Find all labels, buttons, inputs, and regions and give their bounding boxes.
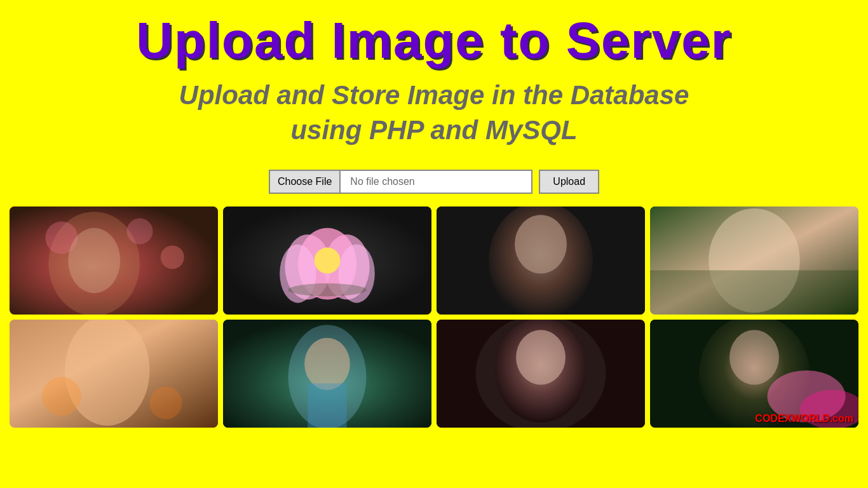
subtitle-line2: using PHP and MySQL [290,115,577,145]
image-cell-2 [223,207,431,315]
svg-point-13 [315,248,341,274]
watermark: CODEXWORLD.com [755,413,853,424]
image-cell-1 [10,207,218,315]
svg-rect-29 [308,384,347,428]
image-cell-7 [437,320,645,428]
subtitle: Upload and Store Image in the Database u… [6,78,862,147]
svg-point-33 [516,330,566,385]
svg-rect-6 [10,207,218,315]
svg-point-23 [65,320,149,426]
photo-8 [650,320,858,428]
svg-point-25 [149,387,182,419]
file-name-display: No file chosen [341,171,531,193]
upload-form: Choose File No file chosen Upload [0,170,868,194]
svg-point-14 [288,283,367,297]
image-cell-3 [437,207,645,315]
main-title: Upload Image to Server [6,13,862,69]
image-cell-5 [10,320,218,428]
svg-point-28 [304,338,350,390]
upload-button[interactable]: Upload [539,170,599,194]
image-grid: CODEXWORLD.com [0,207,868,437]
photo-2 [223,207,431,315]
photo-4 [650,207,858,315]
svg-rect-18 [437,207,645,315]
photo-7 [437,320,645,428]
photo-1 [10,207,218,315]
svg-point-24 [42,377,81,416]
image-cell-8: CODEXWORLD.com [650,320,858,428]
image-cell-6 [223,320,431,428]
file-input-wrapper: Choose File No file chosen [269,170,532,194]
photo-3 [437,207,645,315]
svg-rect-21 [650,271,858,315]
choose-file-button[interactable]: Choose File [270,171,341,193]
svg-point-36 [729,330,779,385]
photo-6 [223,320,431,428]
photo-5 [10,320,218,428]
page-header: Upload Image to Server Upload and Store … [0,0,868,154]
image-cell-4 [650,207,858,315]
subtitle-line1: Upload and Store Image in the Database [179,80,689,110]
